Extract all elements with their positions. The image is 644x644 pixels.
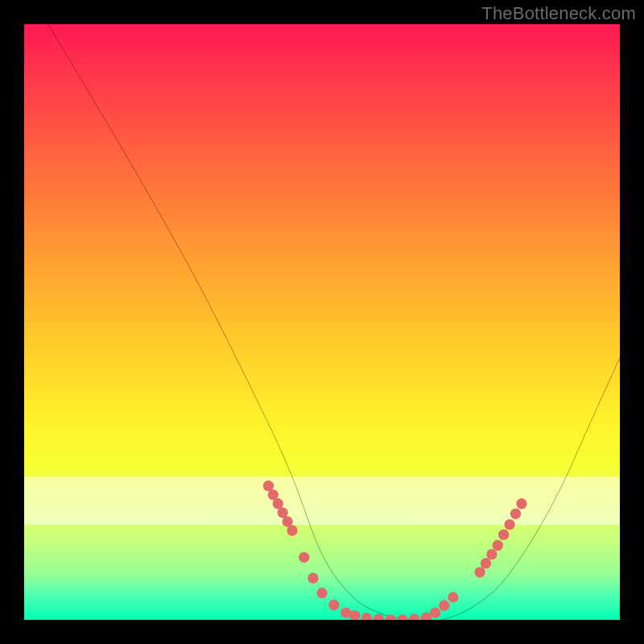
highlight-point [308, 573, 318, 584]
highlight-point [316, 588, 327, 598]
highlight-point [361, 613, 372, 620]
highlight-point [409, 614, 419, 620]
highlight-point [504, 519, 514, 530]
highlight-point [439, 601, 449, 611]
plot-area [24, 24, 620, 620]
highlight-point [430, 607, 440, 617]
highlight-points [263, 481, 527, 620]
highlight-point [498, 530, 509, 540]
highlight-point [397, 614, 407, 620]
highlight-point [287, 525, 297, 535]
highlight-point [374, 614, 384, 620]
watermark-text: TheBottleneck.com [481, 3, 636, 24]
highlight-point [493, 540, 503, 551]
highlight-point [448, 592, 458, 602]
bottleneck-curve [48, 24, 620, 620]
highlight-point [299, 552, 309, 563]
highlight-point [385, 614, 395, 620]
highlight-point [510, 509, 521, 519]
highlight-point [474, 567, 485, 577]
curve-layer [24, 24, 620, 620]
highlight-point [481, 558, 491, 568]
highlight-point [516, 498, 526, 509]
highlight-point [328, 600, 339, 610]
highlight-point [486, 549, 497, 559]
chart-container: TheBottleneck.com [0, 0, 644, 644]
